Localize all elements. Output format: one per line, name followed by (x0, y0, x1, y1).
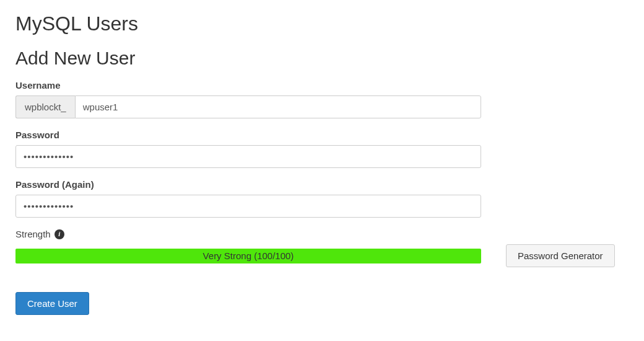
info-icon[interactable]: i (54, 229, 64, 239)
password-group: Password (15, 130, 629, 168)
subsection-title: Add New User (15, 48, 629, 69)
strength-bar: Very Strong (100/100) (15, 249, 481, 264)
username-prefix: wpblockt_ (15, 95, 75, 118)
password-generator-button[interactable]: Password Generator (506, 244, 615, 267)
password-again-label: Password (Again) (15, 179, 629, 190)
username-input[interactable] (75, 95, 481, 118)
strength-group: Strength i Very Strong (100/100) Passwor… (15, 229, 629, 267)
strength-label-row: Strength i (15, 229, 629, 239)
username-group: Username wpblockt_ (15, 80, 629, 118)
password-again-group: Password (Again) (15, 179, 629, 218)
username-input-row: wpblockt_ (15, 95, 481, 118)
strength-label: Strength (15, 229, 51, 239)
password-input[interactable] (15, 145, 481, 168)
strength-bar-row: Very Strong (100/100) Password Generator (15, 244, 629, 267)
section-title: MySQL Users (15, 12, 629, 35)
create-user-button[interactable]: Create User (15, 292, 89, 315)
password-label: Password (15, 130, 629, 140)
username-label: Username (15, 80, 629, 91)
password-again-input[interactable] (15, 195, 481, 218)
